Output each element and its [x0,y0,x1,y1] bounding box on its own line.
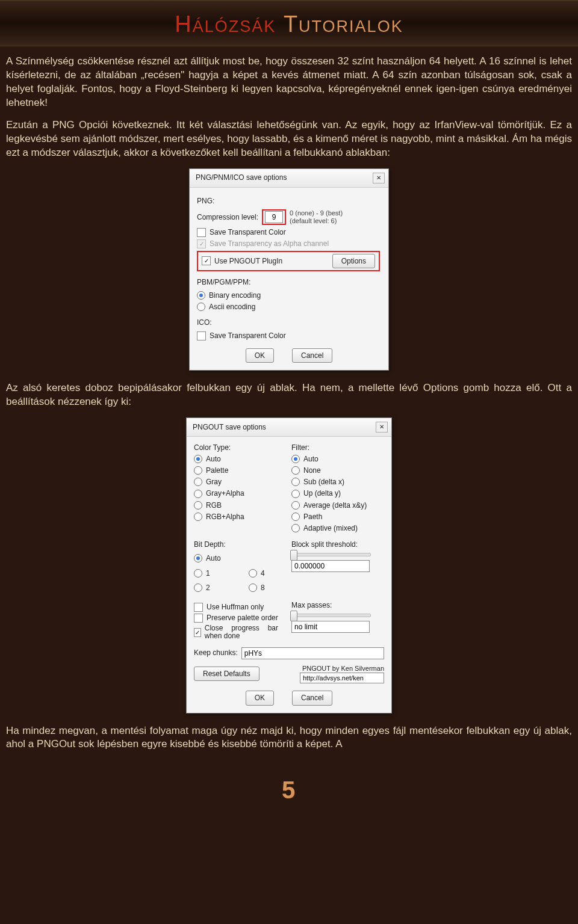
ico-transparent-label: Save Transparent Color [210,331,286,340]
compression-hint: 0 (none) - 9 (best)(default level: 6) [290,209,343,225]
reset-defaults-button[interactable]: Reset Defaults [194,667,259,681]
paragraph-1: A Színmélység csökkentése résznél azt ál… [6,55,572,110]
ct-rgbalpha: RGB+Alpha [206,512,244,522]
block-split-input[interactable] [291,560,370,572]
huffman-label: Use Huffman only [207,602,264,612]
paragraph-4: Ha mindez megvan, a mentési folyamat mag… [6,724,572,752]
bd-1-radio[interactable] [194,569,202,578]
page-number: 5 [0,766,578,811]
ct-rgbalpha-radio[interactable] [194,513,202,521]
max-passes-slider[interactable] [291,614,371,617]
ct-auto: Auto [206,454,221,464]
keep-chunks-label: Keep chunks: [194,648,238,658]
bd-auto-radio[interactable] [194,554,202,562]
dialog1-titlebar: PNG/PNM/ICO save options ✕ [190,169,388,188]
block-split-slider[interactable] [291,553,371,556]
title-word-2: Tutorialok [284,11,403,37]
bd-2: 2 [206,583,210,593]
ascii-encoding-label: Ascii encoding [209,302,255,312]
compression-input[interactable] [265,211,283,223]
cancel-button[interactable]: Cancel [292,348,332,363]
flt-adaptive-radio[interactable] [291,524,300,532]
binary-encoding-radio[interactable] [197,291,205,300]
save-transparent-checkbox[interactable] [197,228,206,237]
ct-grayalpha: Gray+Alpha [206,488,244,498]
pngout-credit: PNGOUT by Ken Silverman [300,664,384,673]
flt-up-radio[interactable] [291,490,300,498]
save-alpha-label: Save Transparency as Alpha channel [210,239,329,248]
preserve-checkbox[interactable] [194,614,203,623]
use-pngout-checkbox[interactable] [202,256,211,265]
ct-rgb: RGB [206,500,222,510]
keep-chunks-input[interactable] [241,647,384,659]
dialog2-titlebar: PNGOUT save options ✕ [187,418,391,437]
flt-paeth-radio[interactable] [291,513,300,521]
bd-8-radio[interactable] [249,584,257,592]
binary-encoding-label: Binary encoding [209,291,261,300]
pbm-group-label: PBM/PGM/PPM: [197,277,381,287]
flt-up: Up (delta y) [303,488,341,498]
color-type-label: Color Type: [194,443,278,452]
huffman-checkbox[interactable] [194,603,203,612]
dialog2-title-text: PNGOUT save options [193,422,266,432]
ct-auto-radio[interactable] [194,455,202,463]
close-progress-checkbox[interactable] [194,628,201,637]
block-split-label: Block split threshold: [291,540,384,549]
pngout-save-options-dialog: PNGOUT save options ✕ Color Type: Auto P… [186,417,392,713]
close-progress-label: Close progress bar when done [205,624,278,640]
max-passes-label: Max passes: [291,600,384,610]
flt-avg: Average (delta x&y) [303,500,367,510]
ico-group-label: ICO: [197,318,381,327]
flt-sub-radio[interactable] [291,478,300,486]
ct-gray-radio[interactable] [194,478,202,486]
bit-depth-label: Bit Depth: [194,540,278,549]
png-save-options-dialog: PNG/PNM/ICO save options ✕ PNG: Compress… [189,168,389,371]
pngout-url[interactable] [300,673,384,683]
save-transparent-label: Save Transparent Color [210,227,286,237]
bd-1: 1 [206,568,210,578]
flt-avg-radio[interactable] [291,501,300,510]
max-passes-input[interactable] [291,621,370,633]
ct-rgb-radio[interactable] [194,501,202,510]
filter-label: Filter: [291,443,384,452]
bd-2-radio[interactable] [194,584,202,592]
ascii-encoding-radio[interactable] [197,303,205,311]
ico-transparent-checkbox[interactable] [197,331,206,340]
flt-auto-radio[interactable] [291,455,300,463]
page-title: Hálózsák Tutorialok [0,11,578,37]
flt-adaptive: Adaptive (mixed) [303,523,358,533]
page-header: Hálózsák Tutorialok [0,0,578,46]
bd-4-radio[interactable] [249,569,257,578]
paragraph-3: Az alsó keretes doboz bepipálásakor felb… [6,381,572,409]
bd-4: 4 [261,568,265,578]
flt-sub: Sub (delta x) [303,477,344,487]
save-alpha-checkbox [197,239,206,248]
flt-none: None [303,466,321,475]
bd-auto: Auto [206,553,221,563]
ok-button[interactable]: OK [246,691,274,705]
title-word-1: Hálózsák [175,11,276,37]
ok-button[interactable]: OK [246,348,274,363]
ct-grayalpha-radio[interactable] [194,490,202,498]
use-pngout-label: Use PNGOUT PlugIn [214,256,282,266]
close-icon[interactable]: ✕ [376,422,388,433]
cancel-button[interactable]: Cancel [292,691,332,705]
article-body: A Színmélység csökkentése résznél azt ál… [0,46,578,766]
paragraph-2: Ezután a PNG Opciói következnek. Itt két… [6,119,572,160]
options-button[interactable]: Options [332,254,375,268]
compression-label: Compression level: [197,212,258,222]
preserve-label: Preserve palette order [207,614,278,622]
ct-palette: Palette [206,466,228,475]
pngout-highlight: Use PNGOUT PlugIn Options [197,251,380,271]
compression-highlight [262,209,286,225]
close-icon[interactable]: ✕ [373,173,385,183]
ct-gray: Gray [206,477,222,487]
flt-paeth: Paeth [303,512,322,522]
ct-palette-radio[interactable] [194,466,202,475]
flt-auto: Auto [303,454,319,464]
png-group-label: PNG: [197,196,381,206]
bd-8: 8 [261,583,265,593]
flt-none-radio[interactable] [291,466,300,475]
dialog1-title-text: PNG/PNM/ICO save options [196,173,287,182]
